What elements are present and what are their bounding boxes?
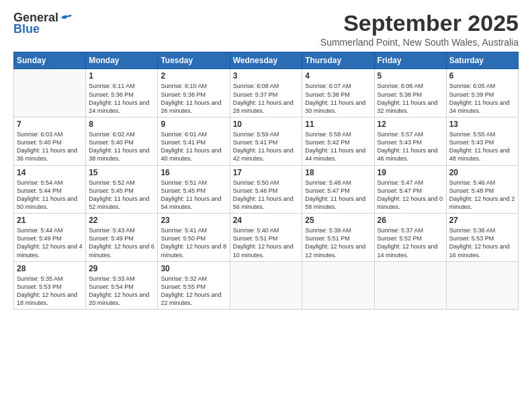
day-info-text: Sunrise: 5:51 AM Sunset: 5:45 PM Dayligh…	[161, 179, 226, 212]
logo-bird-icon	[60, 13, 73, 22]
calendar-cell-4-6	[446, 261, 518, 310]
calendar-cell-3-4: 25Sunrise: 5:39 AM Sunset: 5:51 PM Dayli…	[302, 214, 374, 262]
day-number: 12	[378, 120, 443, 129]
day-info-text: Sunrise: 5:48 AM Sunset: 5:47 PM Dayligh…	[305, 179, 371, 212]
calendar-cell-0-6: 6Sunrise: 6:05 AM Sunset: 5:39 PM Daylig…	[446, 69, 518, 118]
header-wednesday: Wednesday	[230, 52, 302, 69]
day-info-text: Sunrise: 5:39 AM Sunset: 5:51 PM Dayligh…	[305, 226, 371, 259]
day-info-text: Sunrise: 5:44 AM Sunset: 5:49 PM Dayligh…	[17, 226, 83, 259]
month-title: September 2025	[320, 11, 519, 36]
calendar-cell-2-2: 16Sunrise: 5:51 AM Sunset: 5:45 PM Dayli…	[158, 165, 230, 214]
calendar-cell-1-1: 8Sunrise: 6:02 AM Sunset: 5:40 PM Daylig…	[86, 117, 158, 165]
calendar-cell-3-5: 26Sunrise: 5:37 AM Sunset: 5:52 PM Dayli…	[374, 214, 446, 262]
header-friday: Friday	[374, 52, 446, 69]
day-info-text: Sunrise: 5:43 AM Sunset: 5:49 PM Dayligh…	[89, 226, 154, 259]
day-info-text: Sunrise: 5:41 AM Sunset: 5:50 PM Dayligh…	[161, 226, 226, 259]
day-number: 11	[305, 120, 371, 129]
day-info-text: Sunrise: 5:57 AM Sunset: 5:43 PM Dayligh…	[378, 130, 443, 163]
day-number: 3	[233, 71, 300, 81]
calendar-cell-2-3: 17Sunrise: 5:50 AM Sunset: 5:46 PM Dayli…	[230, 165, 302, 214]
calendar-cell-1-3: 10Sunrise: 5:59 AM Sunset: 5:41 PM Dayli…	[230, 117, 302, 165]
day-number: 5	[378, 71, 443, 81]
calendar-cell-4-1: 29Sunrise: 5:33 AM Sunset: 5:54 PM Dayli…	[86, 261, 158, 310]
day-number: 16	[161, 168, 226, 177]
day-info-text: Sunrise: 5:47 AM Sunset: 5:47 PM Dayligh…	[378, 179, 443, 212]
day-number: 27	[449, 216, 515, 225]
calendar-cell-0-1: 1Sunrise: 6:11 AM Sunset: 5:36 PM Daylig…	[86, 69, 158, 118]
day-info-text: Sunrise: 5:55 AM Sunset: 5:43 PM Dayligh…	[449, 130, 515, 163]
logo: General Blue	[13, 11, 73, 36]
day-info-text: Sunrise: 6:06 AM Sunset: 5:38 PM Dayligh…	[378, 82, 443, 115]
day-number: 18	[305, 168, 371, 177]
day-number: 13	[449, 120, 515, 129]
day-number: 28	[17, 264, 83, 273]
day-number: 1	[89, 71, 154, 81]
day-info-text: Sunrise: 6:02 AM Sunset: 5:40 PM Dayligh…	[89, 130, 154, 163]
day-info-text: Sunrise: 6:05 AM Sunset: 5:39 PM Dayligh…	[449, 82, 515, 115]
calendar-cell-1-2: 9Sunrise: 6:01 AM Sunset: 5:41 PM Daylig…	[158, 117, 230, 165]
title-block: September 2025 Summerland Point, New Sou…	[320, 11, 519, 48]
weekday-header-row: Sunday Monday Tuesday Wednesday Thursday…	[14, 52, 519, 69]
calendar-cell-3-0: 21Sunrise: 5:44 AM Sunset: 5:49 PM Dayli…	[14, 214, 86, 262]
calendar-cell-0-2: 2Sunrise: 6:10 AM Sunset: 5:36 PM Daylig…	[158, 69, 230, 118]
day-info-text: Sunrise: 6:08 AM Sunset: 5:37 PM Dayligh…	[233, 82, 300, 115]
week-row-1: 1Sunrise: 6:11 AM Sunset: 5:36 PM Daylig…	[14, 69, 519, 118]
day-info-text: Sunrise: 6:11 AM Sunset: 5:36 PM Dayligh…	[89, 82, 154, 115]
day-number: 19	[378, 168, 443, 177]
day-info-text: Sunrise: 5:59 AM Sunset: 5:41 PM Dayligh…	[233, 130, 300, 163]
calendar-cell-2-0: 14Sunrise: 5:54 AM Sunset: 5:44 PM Dayli…	[14, 165, 86, 214]
header-thursday: Thursday	[302, 52, 374, 69]
day-info-text: Sunrise: 5:33 AM Sunset: 5:54 PM Dayligh…	[89, 275, 154, 308]
day-info-text: Sunrise: 6:07 AM Sunset: 5:38 PM Dayligh…	[305, 82, 371, 115]
day-info-text: Sunrise: 5:52 AM Sunset: 5:45 PM Dayligh…	[89, 179, 154, 212]
day-number: 17	[233, 168, 300, 177]
day-number: 26	[378, 216, 443, 225]
day-number: 8	[89, 120, 154, 129]
calendar-cell-2-4: 18Sunrise: 5:48 AM Sunset: 5:47 PM Dayli…	[302, 165, 374, 214]
calendar-cell-3-2: 23Sunrise: 5:41 AM Sunset: 5:50 PM Dayli…	[158, 214, 230, 262]
day-number: 2	[161, 71, 226, 81]
calendar-cell-4-5	[374, 261, 446, 310]
day-number: 7	[17, 120, 83, 129]
day-info-text: Sunrise: 6:01 AM Sunset: 5:41 PM Dayligh…	[161, 130, 226, 163]
day-number: 10	[233, 120, 300, 129]
day-number: 9	[161, 120, 226, 129]
week-row-2: 7Sunrise: 6:03 AM Sunset: 5:40 PM Daylig…	[14, 117, 519, 165]
day-info-text: Sunrise: 5:46 AM Sunset: 5:48 PM Dayligh…	[449, 179, 515, 212]
calendar-cell-4-2: 30Sunrise: 5:32 AM Sunset: 5:55 PM Dayli…	[158, 261, 230, 310]
day-number: 14	[17, 168, 83, 177]
day-number: 25	[305, 216, 371, 225]
day-number: 21	[17, 216, 83, 225]
day-info-text: Sunrise: 6:03 AM Sunset: 5:40 PM Dayligh…	[17, 130, 83, 163]
day-info-text: Sunrise: 5:32 AM Sunset: 5:55 PM Dayligh…	[161, 275, 226, 308]
calendar-cell-3-1: 22Sunrise: 5:43 AM Sunset: 5:49 PM Dayli…	[86, 214, 158, 262]
calendar-cell-4-0: 28Sunrise: 5:35 AM Sunset: 5:53 PM Dayli…	[14, 261, 86, 310]
calendar-cell-2-1: 15Sunrise: 5:52 AM Sunset: 5:45 PM Dayli…	[86, 165, 158, 214]
calendar-cell-3-3: 24Sunrise: 5:40 AM Sunset: 5:51 PM Dayli…	[230, 214, 302, 262]
calendar-cell-1-5: 12Sunrise: 5:57 AM Sunset: 5:43 PM Dayli…	[374, 117, 446, 165]
header-monday: Monday	[86, 52, 158, 69]
day-info-text: Sunrise: 5:36 AM Sunset: 5:53 PM Dayligh…	[449, 226, 515, 259]
calendar-cell-4-4	[302, 261, 374, 310]
week-row-4: 21Sunrise: 5:44 AM Sunset: 5:49 PM Dayli…	[14, 214, 519, 262]
calendar-cell-1-6: 13Sunrise: 5:55 AM Sunset: 5:43 PM Dayli…	[446, 117, 518, 165]
header-sunday: Sunday	[14, 52, 86, 69]
day-info-text: Sunrise: 5:40 AM Sunset: 5:51 PM Dayligh…	[233, 226, 300, 259]
day-number: 24	[233, 216, 300, 225]
logo-blue: Blue	[13, 22, 40, 36]
calendar-cell-2-5: 19Sunrise: 5:47 AM Sunset: 5:47 PM Dayli…	[374, 165, 446, 214]
day-number: 30	[161, 264, 226, 273]
header-tuesday: Tuesday	[158, 52, 230, 69]
day-number: 4	[305, 71, 371, 81]
calendar-cell-0-0	[14, 69, 86, 118]
calendar-cell-0-3: 3Sunrise: 6:08 AM Sunset: 5:37 PM Daylig…	[230, 69, 302, 118]
calendar-cell-0-5: 5Sunrise: 6:06 AM Sunset: 5:38 PM Daylig…	[374, 69, 446, 118]
calendar-table: Sunday Monday Tuesday Wednesday Thursday…	[13, 52, 519, 310]
day-number: 15	[89, 168, 154, 177]
calendar-cell-4-3	[230, 261, 302, 310]
day-number: 29	[89, 264, 154, 273]
location-subtitle: Summerland Point, New South Wales, Austr…	[320, 37, 519, 48]
day-number: 20	[449, 168, 515, 177]
day-info-text: Sunrise: 5:35 AM Sunset: 5:53 PM Dayligh…	[17, 275, 83, 308]
day-info-text: Sunrise: 5:54 AM Sunset: 5:44 PM Dayligh…	[17, 179, 83, 212]
